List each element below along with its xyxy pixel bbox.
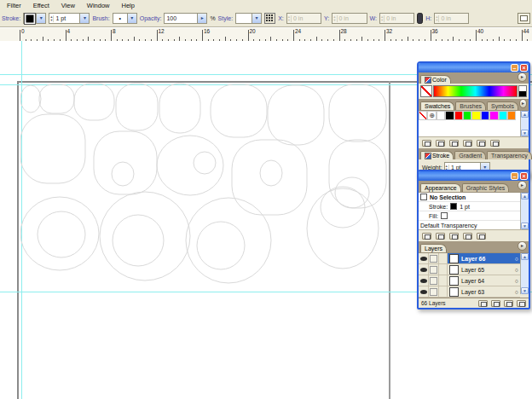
- show-pattern-swatches-icon[interactable]: [463, 140, 472, 147]
- panel-options-icon[interactable]: ▸: [518, 241, 527, 251]
- make-clipping-mask-icon[interactable]: [478, 300, 488, 307]
- vector-shape[interactable]: [268, 85, 324, 145]
- chevron-down-icon[interactable]: ▾: [127, 14, 136, 23]
- w-value[interactable]: 0 in: [385, 15, 413, 21]
- swatch-00ffff[interactable]: [499, 111, 507, 120]
- w-field[interactable]: ▴▾0 in: [379, 13, 414, 24]
- chevron-down-icon[interactable]: ▾: [252, 14, 261, 23]
- tab-stroke[interactable]: Stroke: [420, 151, 454, 159]
- menu-effect[interactable]: Effect: [33, 2, 49, 9]
- vector-shape[interactable]: [112, 162, 134, 186]
- h-field[interactable]: ▴▾0 in: [434, 13, 469, 24]
- clear-appearance-icon[interactable]: [436, 233, 445, 240]
- swatch-ff8000[interactable]: [507, 111, 516, 120]
- color-spectrum-bar[interactable]: [433, 85, 518, 97]
- swatch-ffff00[interactable]: [471, 111, 480, 120]
- minimize-icon[interactable]: –: [511, 172, 518, 180]
- delete-swatch-icon[interactable]: [490, 140, 500, 147]
- palette-title-bar[interactable]: – ×: [419, 63, 529, 72]
- popup-slider-icon[interactable]: ▸: [197, 14, 206, 23]
- vector-shape[interactable]: [335, 177, 369, 208]
- new-swatch-icon[interactable]: [477, 140, 486, 147]
- tab-graphic-styles[interactable]: Graphic Styles: [462, 183, 510, 192]
- appearance-row-no-selection[interactable]: No Selection: [419, 193, 520, 202]
- y-value[interactable]: 0 in: [338, 15, 367, 21]
- vector-shape[interactable]: [20, 85, 41, 113]
- vector-shape[interactable]: [38, 211, 85, 257]
- layers-scrollbar[interactable]: ▲ ▼: [520, 253, 529, 294]
- vector-shape[interactable]: [20, 114, 85, 183]
- layer-name-cell[interactable]: Layer 64○: [448, 275, 520, 286]
- new-layer-icon[interactable]: [504, 300, 513, 307]
- panel-options-icon[interactable]: ▸: [519, 99, 527, 108]
- vector-shape[interactable]: [211, 84, 267, 137]
- menu-view[interactable]: View: [61, 2, 75, 9]
- layer-row[interactable]: Layer 66○: [419, 253, 520, 264]
- appearance-row-stroke[interactable]: Stroke: 1 pt: [419, 202, 520, 211]
- swatch-ff0000[interactable]: [454, 111, 463, 120]
- lock-toggle[interactable]: [429, 253, 439, 263]
- layer-name-cell[interactable]: Layer 66○: [448, 253, 520, 263]
- vector-shape[interactable]: [20, 197, 99, 270]
- show-color-swatches-icon[interactable]: [436, 140, 445, 147]
- swatch-libraries-icon[interactable]: [422, 140, 431, 147]
- swatches-scrollbar[interactable]: ▲ ▼: [520, 111, 529, 136]
- target-circle-icon[interactable]: ○: [515, 256, 518, 262]
- opacity-label[interactable]: Opacity:: [140, 15, 162, 21]
- new-item-icon[interactable]: [463, 233, 472, 240]
- vector-shape[interactable]: [194, 152, 216, 174]
- layer-name-cell[interactable]: Layer 63○: [448, 286, 520, 297]
- menu-filter[interactable]: Filter: [7, 2, 21, 9]
- tab-appearance[interactable]: Appearance: [420, 183, 461, 192]
- tab-brushes[interactable]: Brushes: [455, 101, 486, 110]
- visibility-eye-icon[interactable]: [419, 286, 429, 297]
- target-circle-icon[interactable]: ○: [515, 267, 518, 273]
- swatch-0000ff[interactable]: [481, 111, 489, 120]
- vector-shape[interactable]: [94, 131, 157, 194]
- swatch-00ee00[interactable]: [463, 111, 471, 120]
- tab-layers[interactable]: Layers: [420, 244, 447, 252]
- show-gradient-swatches-icon[interactable]: [449, 140, 459, 147]
- tab-gradient[interactable]: Gradient: [454, 151, 486, 159]
- vector-shape[interactable]: [157, 136, 223, 195]
- swatch-registration[interactable]: ⊕: [427, 111, 436, 120]
- panel-options-icon[interactable]: ▸: [518, 72, 527, 82]
- appearance-scrollbar[interactable]: ▲ ▼: [520, 193, 529, 229]
- tab-color[interactable]: Color: [420, 75, 451, 84]
- scroll-down-icon[interactable]: ▼: [521, 223, 529, 229]
- vector-shape[interactable]: [74, 84, 114, 120]
- duplicate-item-icon[interactable]: [449, 233, 459, 240]
- swatch-ffffff[interactable]: [437, 111, 445, 120]
- vector-shape[interactable]: [329, 84, 386, 142]
- target-circle-icon[interactable]: ○: [515, 289, 518, 295]
- visibility-eye-icon[interactable]: [419, 264, 429, 275]
- layer-row[interactable]: Layer 65○: [419, 264, 520, 275]
- scroll-down-icon[interactable]: ▼: [521, 130, 529, 136]
- constrain-proportions-icon[interactable]: [417, 13, 423, 24]
- opacity-value[interactable]: 100: [165, 15, 197, 21]
- layer-name-cell[interactable]: Layer 65○: [448, 264, 520, 275]
- tab-swatches[interactable]: Swatches: [420, 101, 454, 110]
- white-black-swatches[interactable]: [518, 85, 527, 97]
- vector-shape[interactable]: [260, 160, 282, 186]
- none-color-swatch[interactable]: [420, 85, 432, 97]
- delete-layer-icon[interactable]: [517, 300, 526, 307]
- chevron-down-icon[interactable]: ▾: [36, 14, 45, 23]
- vector-shape[interactable]: [232, 140, 307, 215]
- new-sublayer-icon[interactable]: [491, 300, 500, 307]
- stroke-color-dropdown[interactable]: ▾: [23, 13, 46, 24]
- visibility-eye-icon[interactable]: [419, 275, 429, 286]
- close-icon[interactable]: ×: [520, 172, 528, 180]
- vector-shape[interactable]: [329, 140, 386, 208]
- scroll-up-icon[interactable]: ▲: [521, 193, 529, 200]
- scroll-up-icon[interactable]: ▲: [521, 111, 529, 118]
- stroke-weight-value[interactable]: 1 pt: [54, 15, 79, 21]
- x-value[interactable]: 0 in: [292, 15, 321, 21]
- visibility-eye-icon[interactable]: [419, 253, 429, 263]
- y-field[interactable]: ▴▾0 in: [332, 13, 367, 24]
- delete-item-icon[interactable]: [477, 233, 486, 240]
- close-icon[interactable]: ×: [520, 64, 528, 72]
- brush-combo[interactable]: •▾: [113, 13, 137, 24]
- color-palette-window[interactable]: – × Color ▸ Swatches Brushes Symbols ▸: [417, 61, 530, 177]
- lock-toggle[interactable]: [429, 275, 439, 286]
